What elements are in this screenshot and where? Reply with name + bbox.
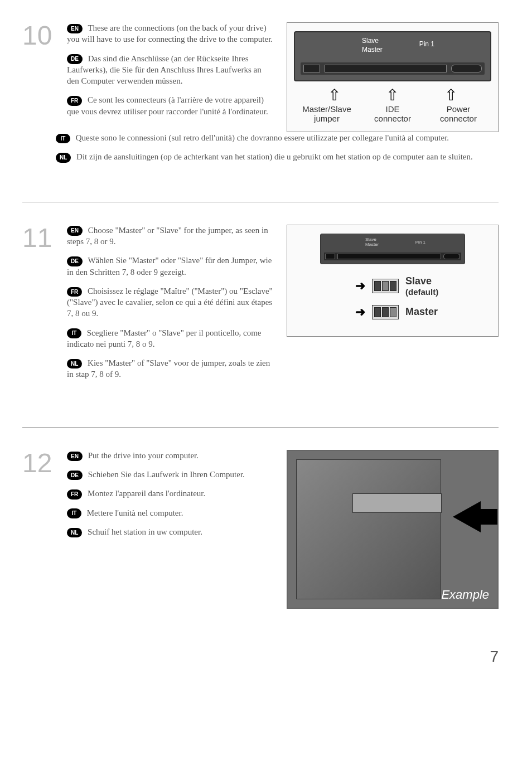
text-fr: Ce sont les connecteurs (à l'arrière de … bbox=[67, 95, 268, 115]
mini-power-icon bbox=[443, 254, 460, 259]
mini-jumper-icon bbox=[325, 254, 335, 259]
mini-pin-label: Pin 1 bbox=[415, 240, 425, 245]
step-11: 11 EN Choose "Master" or "Slave" for the… bbox=[22, 225, 499, 388]
master-label: Master bbox=[362, 46, 383, 54]
text-de: Wählen Sie "Master" oder "Slave" für den… bbox=[67, 256, 272, 276]
slave-jumper-icon bbox=[372, 279, 399, 293]
text-de: Schieben Sie das Laufwerk in Ihren Compu… bbox=[88, 470, 245, 479]
ide-connector-icon bbox=[325, 65, 447, 72]
badge-nl: NL bbox=[67, 528, 82, 538]
badge-en: EN bbox=[67, 226, 83, 236]
jumper-label: Master/Slave jumper bbox=[294, 104, 360, 123]
step-11-it: IT Scegliere "Master" o "Slave" per il p… bbox=[67, 327, 275, 350]
drive-bay-icon bbox=[352, 493, 442, 513]
step-10-de: DE Das sind die Anschlüsse (an der Rücks… bbox=[67, 53, 275, 87]
step-11-nl: NL Kies "Master" of "Slave" voor de jump… bbox=[67, 357, 275, 380]
slave-option: ➜ Slave (default) bbox=[355, 275, 491, 297]
example-label: Example bbox=[441, 588, 489, 602]
arrow-up-icon: ⇧ bbox=[386, 86, 399, 104]
text-fr: Montez l'appareil dans l'ordinateur. bbox=[88, 489, 205, 498]
step-11-en: EN Choose "Master" or "Slave" for the ju… bbox=[67, 225, 275, 248]
text-de: Das sind die Anschlüsse (an der Rückseit… bbox=[67, 54, 262, 86]
master-jumper-icon bbox=[372, 305, 399, 319]
installation-photo: Example bbox=[287, 450, 499, 609]
step-12: 12 EN Put the drive into your computer. … bbox=[22, 450, 499, 609]
master-option: ➜ Master bbox=[355, 305, 491, 319]
text-en: Put the drive into your computer. bbox=[88, 451, 199, 460]
badge-fr: FR bbox=[67, 489, 82, 500]
page-number: 7 bbox=[22, 648, 499, 666]
badge-it: IT bbox=[67, 328, 81, 338]
step-11-de: DE Wählen Sie "Master" oder "Slave" für … bbox=[67, 255, 275, 278]
text-en: These are the connections (on the back o… bbox=[67, 23, 273, 43]
badge-fr: FR bbox=[67, 287, 82, 297]
text-nl: Kies "Master" of "Slave" voor de jumper,… bbox=[67, 358, 270, 379]
badge-nl: NL bbox=[56, 153, 71, 163]
step-11-diagram: Slave Master Pin 1 ➜ Slave bbox=[287, 225, 499, 388]
step-12-it: IT Mettere l'unità nel computer. bbox=[67, 507, 275, 518]
badge-it: IT bbox=[56, 134, 70, 144]
pc-case-icon bbox=[296, 459, 441, 599]
text-it: Queste sono le connessioni (sul retro de… bbox=[76, 133, 449, 142]
step-10-nl: NL Dit zijn de aansluitingen (op de acht… bbox=[56, 151, 499, 162]
badge-de: DE bbox=[67, 54, 83, 64]
text-it: Mettere l'unità nel computer. bbox=[87, 508, 183, 517]
arrow-up-icon: ⇧ bbox=[444, 86, 457, 104]
step-12-nl: NL Schuif het station in uw computer. bbox=[67, 526, 275, 537]
slave-subtitle: (default) bbox=[405, 287, 438, 297]
step-12-fr: FR Montez l'appareil dans l'ordinateur. bbox=[67, 488, 275, 499]
step-10-text: EN These are the connections (on the bac… bbox=[67, 22, 275, 132]
mini-master-label: Master bbox=[365, 242, 379, 247]
arrow-right-icon: ➜ bbox=[355, 279, 365, 293]
step-11-text: EN Choose "Master" or "Slave" for the ju… bbox=[67, 225, 275, 388]
step-10: 10 EN These are the connections (on the … bbox=[22, 22, 499, 163]
arrow-right-icon: ➜ bbox=[355, 305, 365, 319]
pin1-label: Pin 1 bbox=[419, 40, 434, 48]
master-title: Master bbox=[405, 306, 438, 318]
connector-diagram: Slave Master Pin 1 ⇧ ⇧ ⇧ Maste bbox=[287, 22, 499, 132]
power-connector-icon bbox=[451, 65, 482, 72]
jumper-connector-icon bbox=[303, 65, 320, 72]
section-divider bbox=[22, 202, 499, 202]
ide-label: IDE connector bbox=[360, 104, 425, 123]
power-label: Power connector bbox=[425, 104, 491, 123]
arrow-up-icon: ⇧ bbox=[328, 86, 341, 104]
step-12-text: EN Put the drive into your computer. DE … bbox=[67, 450, 275, 609]
text-nl: Dit zijn de aansluitingen (op de achterk… bbox=[76, 152, 473, 161]
step-10-en: EN These are the connections (on the bac… bbox=[67, 22, 275, 45]
step-12-de: DE Schieben Sie das Laufwerk in Ihren Co… bbox=[67, 469, 275, 480]
slave-label: Slave bbox=[362, 37, 379, 45]
insert-arrow-icon bbox=[453, 501, 481, 532]
step-12-diagram: Example bbox=[287, 450, 499, 609]
step-number-10: 10 bbox=[22, 22, 56, 132]
section-divider bbox=[22, 427, 499, 428]
badge-de: DE bbox=[67, 471, 83, 481]
jumper-diagram: Slave Master Pin 1 ➜ Slave bbox=[287, 225, 499, 337]
step-10-it: IT Queste sono le connessioni (sul retro… bbox=[56, 132, 499, 143]
step-10-fr: FR Ce sont les connecteurs (à l'arrière … bbox=[67, 94, 275, 117]
badge-fr: FR bbox=[67, 96, 82, 106]
badge-it: IT bbox=[67, 508, 81, 518]
mini-ide-icon bbox=[337, 254, 441, 259]
step-10-diagram: Slave Master Pin 1 ⇧ ⇧ ⇧ Maste bbox=[287, 22, 499, 132]
text-it: Scegliere "Master" o "Slave" per il pont… bbox=[67, 328, 261, 348]
text-fr: Choisissez le réglage "Maître" ("Master"… bbox=[67, 287, 273, 318]
badge-nl: NL bbox=[67, 359, 82, 369]
badge-en: EN bbox=[67, 24, 83, 34]
drive-back-view: Slave Master Pin 1 bbox=[294, 31, 491, 81]
step-12-en: EN Put the drive into your computer. bbox=[67, 450, 275, 461]
step-11-fr: FR Choisissez le réglage "Maître" ("Mast… bbox=[67, 285, 275, 319]
mini-drive-back: Slave Master Pin 1 bbox=[320, 234, 465, 264]
step-number-11: 11 bbox=[22, 225, 56, 388]
mini-slave-label: Slave bbox=[365, 237, 376, 242]
badge-de: DE bbox=[67, 256, 83, 266]
step-number-12: 12 bbox=[22, 450, 56, 609]
badge-en: EN bbox=[67, 452, 83, 462]
slave-title: Slave bbox=[405, 275, 438, 287]
text-nl: Schuif het station in uw computer. bbox=[88, 527, 202, 536]
text-en: Choose "Master" or "Slave" for the jumpe… bbox=[67, 226, 268, 246]
